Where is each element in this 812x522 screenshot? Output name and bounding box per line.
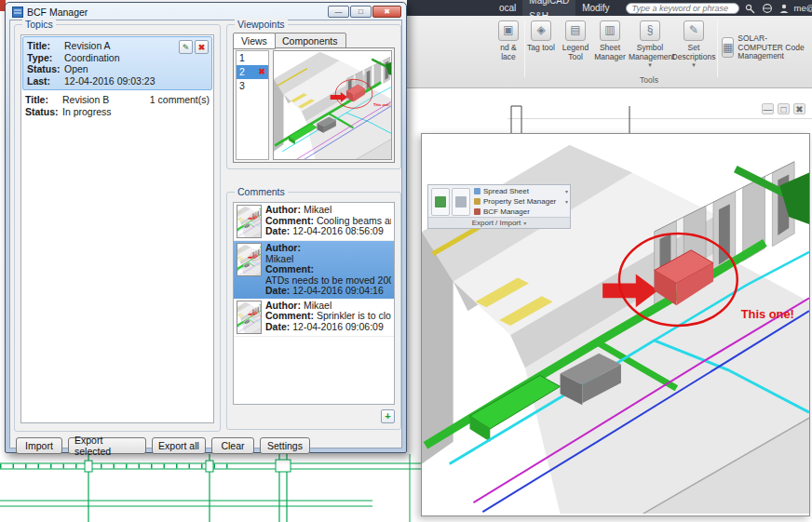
author-label: Author:	[265, 205, 301, 215]
export-all-button[interactable]: Export all	[152, 437, 206, 454]
comment-text: ATDs needs to be moved 200 mm to the rig…	[265, 275, 391, 286]
panel-row-label: Property Set Manager	[483, 197, 556, 206]
ribbon-tool-sheet-manager[interactable]: ▥ Sheet Manager	[593, 20, 627, 61]
drawing-restore-icon[interactable]: □	[778, 103, 790, 114]
ribbon-tool-clipped[interactable]: ▣ nd & lace	[494, 20, 522, 61]
panel-row-bcf-manager[interactable]: BCF Manager	[473, 207, 568, 217]
comment-label: Comment:	[265, 311, 314, 321]
tag-tool-icon: ◈	[531, 20, 551, 41]
export-selected-button[interactable]: Export selected	[68, 437, 146, 454]
ribbon-tab-magicad-sh[interactable]: MagiCAD S&H	[522, 0, 575, 16]
comment-thumbnail	[237, 301, 262, 334]
viewpoint-number: 1	[239, 51, 245, 65]
viewpoint-row-1[interactable]: 1	[237, 51, 268, 65]
settings-button[interactable]: Settings	[260, 437, 310, 454]
comment-date: 12-04-2016 09:04:16	[292, 286, 384, 296]
viewpoint-image-popup[interactable]: Spread Sheet ▾ Property Set Manager ▾ BC…	[421, 133, 810, 516]
comment-item-3[interactable]: Author:Mikael Comment:Sprinkler is to cl…	[234, 299, 394, 337]
topics-group-label: Topics	[22, 19, 56, 30]
export-import-panel-overlay: Spread Sheet ▾ Property Set Manager ▾ BC…	[427, 184, 571, 229]
topics-group: Topics Title:Revision A Type:Coordinatio…	[14, 24, 221, 432]
spreadsheet-icon	[435, 196, 446, 207]
topics-list[interactable]: Title:Revision A Type:Coordination Statu…	[20, 34, 214, 423]
legend-tool-icon: ▤	[565, 20, 586, 41]
topic-item-revision-a[interactable]: Title:Revision A Type:Coordination Statu…	[22, 36, 212, 90]
bcf-icon	[474, 208, 480, 215]
viewpoints-group-label: Viewpoints	[235, 19, 288, 30]
comment-item-2-selected[interactable]: Author: Mikael Comment: ATDs needs to be…	[234, 241, 394, 299]
window-titlebar[interactable]: BCF Manager	[12, 5, 88, 19]
ribbon-tab-partial[interactable]: ocal	[493, 0, 522, 16]
ribbon-tool-solar-computer[interactable]: ▦ SOLAR-COMPUTER Code Management	[722, 34, 811, 61]
comment-date: 12-04-2016 09:06:09	[292, 322, 384, 332]
screen: This one! ocal MagiCAD S&H Modify me@m ▣…	[0, 0, 812, 522]
delete-x-icon: ✖	[198, 43, 206, 52]
topic-status: In progress	[62, 106, 112, 118]
drawing-geometry	[508, 93, 647, 136]
floor-plan-drawing	[0, 454, 421, 522]
tag-tool-label: Tag tool	[526, 44, 556, 53]
comment-date: 12-04-2016 08:56:09	[292, 226, 384, 236]
panel-footer[interactable]: Export / Import ▾	[428, 217, 570, 228]
tab-views[interactable]: Views	[233, 33, 276, 49]
comment-item-1[interactable]: Author:Mikael Comment:Cooling beams are …	[234, 203, 394, 241]
legend-tool-label: Legend Tool	[559, 44, 592, 61]
drawing-window-controls: — □ ✖	[762, 103, 805, 114]
topic-status: Open	[64, 63, 88, 75]
comments-count-badge: 1 comment(s)	[150, 94, 210, 106]
viewpoint-3d-scene	[274, 51, 392, 160]
comment-author: Mikael	[265, 254, 293, 264]
viewpoint-number: 2	[239, 65, 245, 79]
viewpoint-row-2-selected[interactable]: 2 ✖	[237, 65, 268, 79]
minimize-button[interactable]: —	[328, 6, 349, 18]
author-label: Author:	[265, 243, 301, 253]
import-button[interactable]: Import	[16, 437, 62, 454]
excel-export-button[interactable]	[431, 188, 450, 216]
set-descriptions-label: Set Descriptions	[671, 44, 716, 61]
topic-title: Revision B	[62, 94, 109, 106]
viewpoint-list[interactable]: 1 2 ✖ 3	[236, 50, 269, 160]
ribbon-tool-symbol-management[interactable]: § Symbol Management ▾	[629, 20, 671, 68]
viewpoint-row-3[interactable]: 3	[237, 79, 268, 93]
drawing-close-icon[interactable]: ✖	[793, 103, 805, 114]
chevron-down-icon: ▾	[671, 61, 716, 68]
panel-row-property-set-manager[interactable]: Property Set Manager ▾	[473, 196, 568, 207]
close-button[interactable]: ✖	[372, 6, 401, 18]
date-label: Date:	[265, 286, 290, 296]
add-comment-button[interactable]: +	[381, 409, 395, 423]
solar-computer-label: SOLAR-COMPUTER Code Management	[738, 34, 811, 61]
a360-cloud-icon[interactable]	[762, 3, 773, 14]
viewpoint-number: 3	[239, 79, 245, 93]
comment-label: Comment:	[265, 216, 314, 226]
search-binoculars-icon[interactable]	[745, 3, 756, 14]
comments-list[interactable]: Author:Mikael Comment:Cooling beams are …	[233, 202, 395, 405]
delete-topic-button[interactable]: ✖	[195, 40, 209, 54]
ribbon-tab-modify[interactable]: Modify	[575, 0, 616, 16]
window-title: BCF Manager	[27, 7, 88, 18]
drawing-minimize-icon[interactable]: —	[762, 103, 774, 114]
comment-author: Mikael	[304, 301, 332, 311]
ribbon-tool-set-descriptions[interactable]: ✎ Set Descriptions ▾	[671, 20, 716, 68]
title-label: Title:	[25, 94, 62, 106]
topic-item-revision-b[interactable]: Title: Revision B 1 comment(s) Status: I…	[21, 91, 213, 120]
bcf-manager-window: BCF Manager — □ ✖ Topics Title:Revision …	[5, 2, 407, 453]
viewpoint-thumbnail[interactable]	[273, 50, 392, 160]
panel-row-spread-sheet[interactable]: Spread Sheet ▾	[473, 186, 568, 196]
ribbon-tool-legend-tool[interactable]: ▤ Legend Tool	[559, 20, 592, 61]
topic-last: 12-04-2016 09:03:23	[64, 75, 156, 87]
ribbon-separator	[717, 20, 718, 77]
maximize-button[interactable]: □	[350, 6, 372, 18]
ifc-export-button[interactable]	[452, 188, 470, 216]
chevron-down-icon: ▾	[565, 188, 568, 194]
search-input[interactable]	[626, 3, 739, 14]
ribbon-tool-tag-tool[interactable]: ◈ Tag tool	[526, 20, 556, 53]
user-icon[interactable]	[778, 3, 790, 14]
delete-viewpoint-icon[interactable]: ✖	[258, 65, 265, 79]
topic-type: Coordination	[64, 52, 120, 64]
clipped-tool-icon: ▣	[498, 20, 519, 41]
ribbon-separator	[524, 20, 525, 77]
clear-button[interactable]: Clear	[211, 437, 254, 454]
signed-in-user[interactable]: me@m	[794, 3, 812, 13]
edit-topic-button[interactable]: ✎	[179, 40, 193, 54]
ribbon: ▣ nd & lace ◈ Tag tool ▤ Legend Tool ▥ S…	[407, 16, 812, 88]
